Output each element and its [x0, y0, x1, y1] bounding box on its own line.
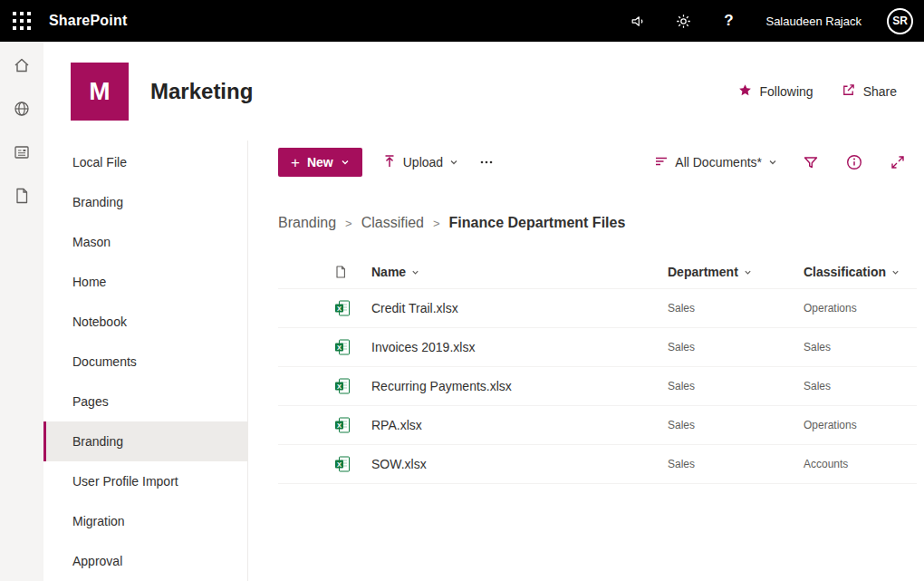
- file-department: Sales: [668, 380, 804, 392]
- globe-icon[interactable]: [13, 100, 31, 118]
- file-classification: Sales: [804, 380, 917, 392]
- new-button-label: New: [307, 155, 333, 169]
- view-selector-label: All Documents*: [675, 155, 762, 169]
- star-icon: [737, 82, 753, 101]
- suite-bar: SharePoint ? Salaudeen Rajack SR: [0, 0, 924, 42]
- upload-button[interactable]: Upload: [382, 154, 458, 171]
- megaphone-icon[interactable]: [628, 11, 648, 31]
- chevron-down-icon: [744, 265, 752, 279]
- share-icon: [841, 82, 856, 101]
- file-name[interactable]: Credit Trail.xlsx: [371, 301, 668, 315]
- file-name[interactable]: Invoices 2019.xlsx: [371, 340, 668, 354]
- breadcrumb-branding[interactable]: Branding: [278, 215, 336, 231]
- filter-icon[interactable]: [801, 152, 821, 172]
- svg-text:X: X: [337, 421, 342, 430]
- file-classification: Accounts: [804, 458, 917, 470]
- file-name[interactable]: RPA.xlsx: [371, 418, 668, 432]
- share-label: Share: [863, 84, 897, 99]
- site-header: M Marketing Following Share: [43, 42, 924, 140]
- table-row[interactable]: X RPA.xlsx Sales Operations: [278, 406, 917, 445]
- app-rail: [0, 42, 43, 581]
- sidebar-item-approval[interactable]: Approval: [43, 541, 247, 581]
- new-button[interactable]: + New: [278, 148, 362, 177]
- column-header-name[interactable]: Name: [371, 265, 668, 279]
- expand-icon[interactable]: [888, 152, 908, 172]
- file-department: Sales: [668, 341, 804, 353]
- app-launcher-icon[interactable]: [0, 0, 43, 42]
- file-department: Sales: [668, 419, 804, 431]
- sidebar-item-documents[interactable]: Documents: [43, 342, 247, 382]
- site-navigation: Local File Branding Mason Home Notebook …: [43, 140, 248, 581]
- sidebar-item-pages[interactable]: Pages: [43, 382, 247, 421]
- file-name[interactable]: SOW.xlsx: [371, 457, 668, 471]
- excel-file-icon: X: [333, 338, 371, 356]
- sidebar-item-notebook[interactable]: Notebook: [43, 302, 247, 342]
- site-logo-tile[interactable]: M: [71, 63, 129, 121]
- file-classification: Sales: [804, 341, 917, 353]
- sidebar-item-migration[interactable]: Migration: [43, 501, 247, 541]
- excel-file-icon: X: [333, 377, 371, 395]
- excel-file-icon: X: [333, 455, 371, 473]
- table-header: Name Department Classification: [278, 255, 917, 289]
- table-row[interactable]: X SOW.xlsx Sales Accounts: [278, 445, 917, 484]
- site-title[interactable]: Marketing: [150, 79, 253, 104]
- upload-icon: [382, 154, 397, 171]
- home-icon[interactable]: [13, 56, 31, 74]
- news-icon[interactable]: [13, 143, 31, 161]
- view-selector[interactable]: All Documents*: [654, 154, 777, 171]
- file-department: Sales: [668, 302, 804, 315]
- sidebar-item-local-file[interactable]: Local File: [43, 142, 247, 182]
- upload-label: Upload: [403, 155, 443, 169]
- chevron-right-icon: >: [433, 217, 440, 230]
- user-name: Salaudeen Rajack: [765, 15, 861, 28]
- svg-text:X: X: [337, 305, 342, 313]
- chevron-down-icon: [449, 155, 458, 169]
- command-bar: + New Upload: [248, 140, 924, 184]
- sidebar-item-mason[interactable]: Mason: [43, 222, 247, 262]
- sidebar-item-user-profile-import[interactable]: User Profile Import: [43, 461, 247, 501]
- file-classification: Operations: [804, 419, 917, 431]
- chevron-down-icon: [341, 155, 350, 169]
- breadcrumb-classified[interactable]: Classified: [361, 215, 424, 231]
- document-library-list: Name Department Classification: [278, 255, 917, 484]
- following-button[interactable]: Following: [737, 82, 813, 101]
- svg-text:X: X: [337, 460, 342, 469]
- help-glyph: ?: [724, 12, 733, 30]
- sidebar-item-branding[interactable]: Branding: [43, 182, 247, 222]
- chevron-right-icon: >: [345, 217, 352, 230]
- sidebar-item-branding-selected[interactable]: Branding: [43, 421, 247, 461]
- plus-icon: +: [291, 155, 300, 170]
- help-icon[interactable]: ?: [718, 11, 738, 31]
- table-row[interactable]: X Credit Trail.xlsx Sales Operations: [278, 289, 917, 328]
- breadcrumb: Branding > Classified > Finance Departme…: [278, 215, 924, 231]
- chevron-down-icon: [768, 155, 777, 169]
- app-title[interactable]: SharePoint: [49, 13, 127, 29]
- document-icon[interactable]: [13, 187, 31, 205]
- table-row[interactable]: X Invoices 2019.xlsx Sales Sales: [278, 328, 917, 367]
- file-department: Sales: [668, 458, 804, 470]
- gear-icon[interactable]: [673, 11, 693, 31]
- column-header-classification[interactable]: Classification: [804, 265, 917, 279]
- file-classification: Operations: [804, 302, 917, 315]
- svg-text:X: X: [337, 382, 342, 391]
- sidebar-item-home[interactable]: Home: [43, 262, 247, 302]
- excel-file-icon: X: [333, 416, 371, 434]
- more-options-icon[interactable]: [478, 154, 495, 170]
- info-icon[interactable]: [844, 152, 864, 172]
- chevron-down-icon: [411, 265, 419, 279]
- chevron-down-icon: [891, 265, 900, 279]
- file-type-column-icon[interactable]: [333, 265, 371, 279]
- column-header-department[interactable]: Department: [668, 265, 804, 279]
- view-options-icon: [654, 154, 669, 171]
- following-label: Following: [760, 84, 813, 99]
- avatar[interactable]: SR: [887, 8, 913, 34]
- excel-file-icon: X: [333, 299, 371, 317]
- breadcrumb-current-folder: Finance Department Files: [449, 215, 626, 231]
- svg-text:X: X: [337, 344, 342, 352]
- share-button[interactable]: Share: [841, 82, 897, 101]
- table-row[interactable]: X Recurring Payments.xlsx Sales Sales: [278, 367, 917, 406]
- file-name[interactable]: Recurring Payments.xlsx: [371, 379, 668, 393]
